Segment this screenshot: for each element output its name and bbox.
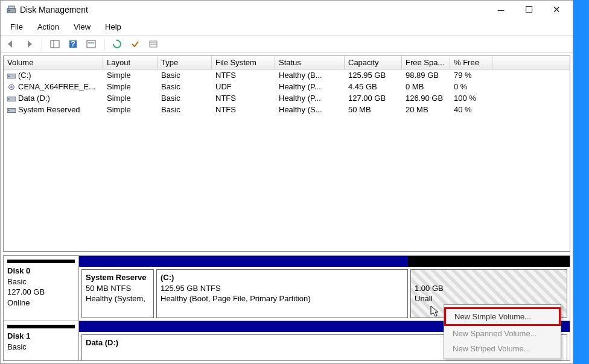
maximize-button[interactable]: ☐ [515, 1, 543, 19]
list-button[interactable] [147, 38, 160, 50]
menubar: File Action View Help [1, 19, 573, 36]
menu-view[interactable]: View [68, 20, 97, 34]
col-status[interactable]: Status [275, 56, 345, 69]
cursor-icon [430, 305, 440, 318]
disk-0-name: Disk 0 [7, 266, 75, 276]
drive-icon [7, 95, 16, 102]
forward-button[interactable] [22, 38, 36, 50]
app-icon [7, 5, 16, 14]
back-button[interactable] [4, 38, 18, 50]
volume-name: System Reserved [18, 105, 80, 114]
col-pct[interactable]: % Free [450, 56, 492, 69]
menu-help[interactable]: Help [99, 20, 127, 34]
svg-rect-7 [87, 40, 95, 48]
toolbar-separator [104, 39, 104, 49]
partition-system-reserved[interactable]: System Reserve 50 MB NTFS Healthy (Syste… [81, 269, 154, 318]
col-filesystem[interactable]: File System [212, 56, 275, 69]
col-layout[interactable]: Layout [103, 56, 158, 69]
svg-point-15 [11, 86, 12, 88]
volume-list-body[interactable]: (C:)SimpleBasicNTFSHealthy (B...125.95 G… [4, 69, 570, 251]
svg-rect-3 [51, 40, 59, 48]
disk-0-color-bar [79, 256, 570, 267]
settings-button[interactable] [84, 38, 98, 50]
svg-point-17 [8, 98, 10, 100]
disk-0-type: Basic [7, 276, 75, 287]
svg-text:?: ? [71, 39, 75, 48]
svg-rect-9 [150, 41, 157, 47]
drive-icon [7, 72, 16, 79]
minimize-button[interactable]: ─ [487, 1, 515, 19]
disk-1-info: Disk 1 Basic [4, 321, 79, 361]
volume-row[interactable]: System ReservedSimpleBasicNTFSHealthy (S… [4, 104, 570, 115]
toolbar: ? [1, 36, 573, 53]
disc-icon [7, 83, 16, 91]
volume-row[interactable]: (C:)SimpleBasicNTFSHealthy (B...125.95 G… [4, 69, 570, 81]
disk-1-name: Disk 1 [7, 331, 75, 342]
svg-rect-8 [88, 42, 94, 43]
drive-icon [7, 106, 16, 113]
partition-c[interactable]: (C:) 125.95 GB NTFS Healthy (Boot, Page … [156, 269, 408, 318]
show-hide-tree-button[interactable] [48, 38, 62, 50]
volume-list[interactable]: Volume Layout Type File System Status Ca… [3, 56, 570, 252]
disk-0-state: Online [7, 298, 75, 308]
disk-0-info: Disk 0 Basic 127.00 GB Online [4, 256, 79, 321]
menu-new-striped-volume: New Striped Volume... [444, 341, 561, 356]
refresh-button[interactable] [110, 38, 124, 50]
svg-rect-2 [8, 6, 14, 8]
svg-point-13 [8, 75, 10, 77]
disk-0-size: 127.00 GB [7, 287, 75, 298]
volume-row[interactable]: Data (D:)SimpleBasicNTFSHealthy (P...127… [4, 92, 570, 104]
svg-point-1 [8, 10, 10, 11]
volume-name: (C:) [18, 71, 31, 80]
context-menu: New Simple Volume... New Spanned Volume.… [444, 304, 561, 359]
disk-1-type: Basic [7, 342, 75, 353]
volume-name: Data (D:) [18, 94, 50, 103]
col-volume[interactable]: Volume [4, 56, 103, 69]
menu-action[interactable]: Action [31, 20, 65, 34]
volume-name: CENA_X64FREE_E... [18, 82, 95, 91]
volume-row[interactable]: CENA_X64FREE_E...SimpleBasicUDFHealthy (… [4, 81, 570, 92]
menu-new-spanned-volume: New Spanned Volume... [444, 326, 561, 341]
col-capacity[interactable]: Capacity [345, 56, 402, 69]
col-free[interactable]: Free Spa... [402, 56, 450, 69]
window-title: Disk Management [20, 5, 487, 14]
action-checkmark-button[interactable] [129, 38, 142, 50]
help-button[interactable]: ? [66, 38, 80, 50]
svg-point-19 [8, 110, 10, 111]
toolbar-separator [42, 39, 42, 49]
menu-new-simple-volume[interactable]: New Simple Volume... [444, 307, 561, 326]
column-headers[interactable]: Volume Layout Type File System Status Ca… [4, 56, 570, 69]
titlebar[interactable]: Disk Management ─ ☐ ✕ [1, 1, 573, 19]
menu-file[interactable]: File [4, 20, 29, 34]
close-button[interactable]: ✕ [543, 1, 570, 19]
col-type[interactable]: Type [158, 56, 212, 69]
